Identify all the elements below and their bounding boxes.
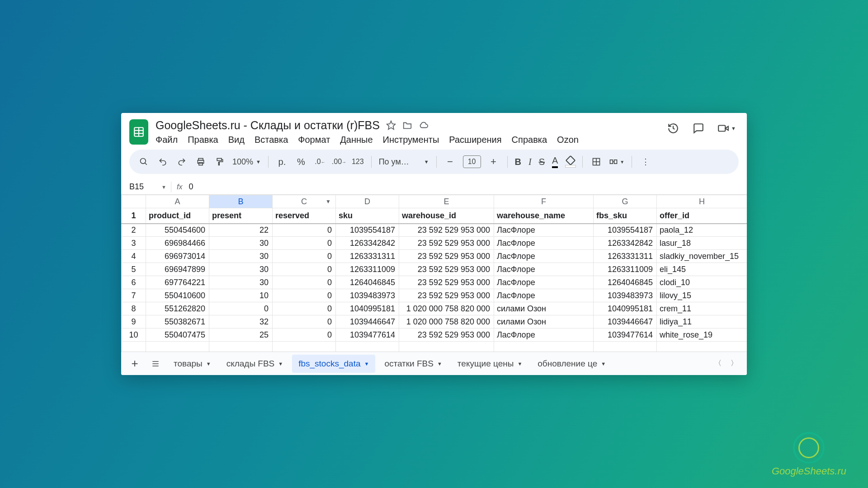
more-toolbar-icon[interactable]: ⋮ <box>639 155 652 168</box>
cell[interactable]: 0 <box>209 302 273 315</box>
cell[interactable]: 23 592 529 953 000 <box>399 237 494 250</box>
cell[interactable]: 696984466 <box>146 237 209 250</box>
comments-icon[interactable] <box>692 122 705 135</box>
menu-вставка[interactable]: Вставка <box>255 135 288 145</box>
cell[interactable]: 1039477614 <box>594 328 657 342</box>
chevron-down-icon[interactable]: ▼ <box>278 361 283 366</box>
sheet-tab[interactable]: товары▼ <box>167 355 217 373</box>
spreadsheet-grid[interactable]: ABC▼DEFGH1product_idpresentreservedskuwa… <box>121 195 747 352</box>
cell[interactable]: силами Озон <box>494 302 594 315</box>
cell[interactable]: 25 <box>209 328 273 342</box>
cell[interactable]: 0 <box>273 237 336 250</box>
italic-button[interactable]: I <box>528 157 532 167</box>
cell[interactable]: 1263342842 <box>594 237 657 250</box>
merge-cells-icon[interactable]: ▼ <box>609 155 624 168</box>
column-header-G[interactable]: G <box>594 195 657 208</box>
cell[interactable]: 1 020 000 758 820 000 <box>399 302 494 315</box>
row-header[interactable]: 9 <box>122 315 146 328</box>
borders-icon[interactable] <box>590 155 603 168</box>
cell[interactable]: 0 <box>273 263 336 276</box>
cell[interactable]: 30 <box>209 276 273 289</box>
cell[interactable]: ЛасФлоре <box>494 289 594 302</box>
cell[interactable]: 23 592 529 953 000 <box>399 250 494 263</box>
row-header[interactable]: 4 <box>122 250 146 263</box>
cell[interactable]: 697764221 <box>146 276 209 289</box>
document-title[interactable]: GoogleSheets.ru - Склады и остатки (r)FB… <box>156 119 380 132</box>
cell[interactable]: 30 <box>209 263 273 276</box>
cell[interactable]: eli_145 <box>657 263 747 276</box>
cell[interactable]: paola_12 <box>657 224 747 237</box>
header-cell[interactable]: warehouse_id <box>399 208 494 224</box>
cell[interactable]: 1263331311 <box>336 250 399 263</box>
decrease-decimal-icon[interactable]: .0← <box>314 155 326 168</box>
cell[interactable]: ЛасФлоре <box>494 250 594 263</box>
row-header[interactable]: 5 <box>122 263 146 276</box>
row-header[interactable]: 3 <box>122 237 146 250</box>
cell[interactable]: 551262820 <box>146 302 209 315</box>
chevron-down-icon[interactable]: ▼ <box>517 361 522 366</box>
percent-button[interactable]: % <box>295 155 307 168</box>
increase-decimal-icon[interactable]: .00→ <box>333 155 345 168</box>
cell[interactable]: 1263342842 <box>336 237 399 250</box>
cell[interactable]: 1040995181 <box>336 302 399 315</box>
bold-button[interactable]: B <box>515 157 521 167</box>
cell[interactable]: lidiya_11 <box>657 315 747 328</box>
cell[interactable]: 23 592 529 953 000 <box>399 263 494 276</box>
all-sheets-icon[interactable] <box>146 355 165 373</box>
header-cell[interactable]: present <box>209 208 273 224</box>
menu-вид[interactable]: Вид <box>228 135 245 145</box>
header-cell[interactable]: sku <box>336 208 399 224</box>
cell[interactable]: ЛасФлоре <box>494 276 594 289</box>
print-icon[interactable] <box>194 155 207 168</box>
cell[interactable]: 1039446647 <box>336 315 399 328</box>
cell[interactable]: 0 <box>273 289 336 302</box>
cell[interactable]: ЛасФлоре <box>494 328 594 342</box>
row-header[interactable]: 10 <box>122 328 146 342</box>
tab-scroll-right-icon[interactable]: 〉 <box>731 359 738 368</box>
cell[interactable]: 696947899 <box>146 263 209 276</box>
decrease-font-icon[interactable]: − <box>444 155 457 168</box>
cell[interactable]: lilovy_15 <box>657 289 747 302</box>
cell[interactable]: 1263331311 <box>594 250 657 263</box>
cell[interactable]: 0 <box>273 328 336 342</box>
cell[interactable]: ЛасФлоре <box>494 263 594 276</box>
cell[interactable]: 10 <box>209 289 273 302</box>
cell[interactable]: 550382671 <box>146 315 209 328</box>
cell[interactable]: 1039477614 <box>336 328 399 342</box>
row-header[interactable]: 1 <box>122 208 146 224</box>
cell[interactable]: 1039554187 <box>336 224 399 237</box>
row-header[interactable]: 6 <box>122 276 146 289</box>
undo-icon[interactable] <box>156 155 169 168</box>
strikethrough-button[interactable]: S <box>539 157 545 167</box>
cell[interactable]: 30 <box>209 250 273 263</box>
row-header[interactable]: 8 <box>122 302 146 315</box>
cell[interactable]: crem_11 <box>657 302 747 315</box>
cell[interactable]: 30 <box>209 237 273 250</box>
sheets-logo[interactable] <box>129 119 148 145</box>
sheet-tab[interactable]: склады FBS▼ <box>220 355 290 373</box>
cell[interactable]: 1039483973 <box>336 289 399 302</box>
sheet-tab[interactable]: текущие цены▼ <box>451 355 528 373</box>
cell[interactable]: 550410600 <box>146 289 209 302</box>
row-header[interactable]: 7 <box>122 289 146 302</box>
menu-расширения[interactable]: Расширения <box>449 135 501 145</box>
cell[interactable]: 1263311009 <box>336 263 399 276</box>
increase-font-icon[interactable]: + <box>487 155 500 168</box>
cell[interactable]: 23 592 529 953 000 <box>399 328 494 342</box>
redo-icon[interactable] <box>175 155 188 168</box>
menu-ozon[interactable]: Ozon <box>557 135 579 145</box>
history-icon[interactable] <box>667 122 679 135</box>
name-box[interactable]: B15▼ <box>121 179 171 194</box>
column-header-E[interactable]: E <box>399 195 494 208</box>
cell[interactable]: ЛасФлоре <box>494 237 594 250</box>
cell[interactable]: 0 <box>273 302 336 315</box>
cell[interactable]: 1263311009 <box>594 263 657 276</box>
column-header-D[interactable]: D <box>336 195 399 208</box>
cell[interactable]: 1040995181 <box>594 302 657 315</box>
cell[interactable]: 1039446647 <box>594 315 657 328</box>
menu-справка[interactable]: Справка <box>512 135 547 145</box>
cell[interactable]: 1264046845 <box>336 276 399 289</box>
header-cell[interactable]: product_id <box>146 208 209 224</box>
menu-инструменты[interactable]: Инструменты <box>383 135 439 145</box>
column-header-B[interactable]: B <box>209 195 273 208</box>
